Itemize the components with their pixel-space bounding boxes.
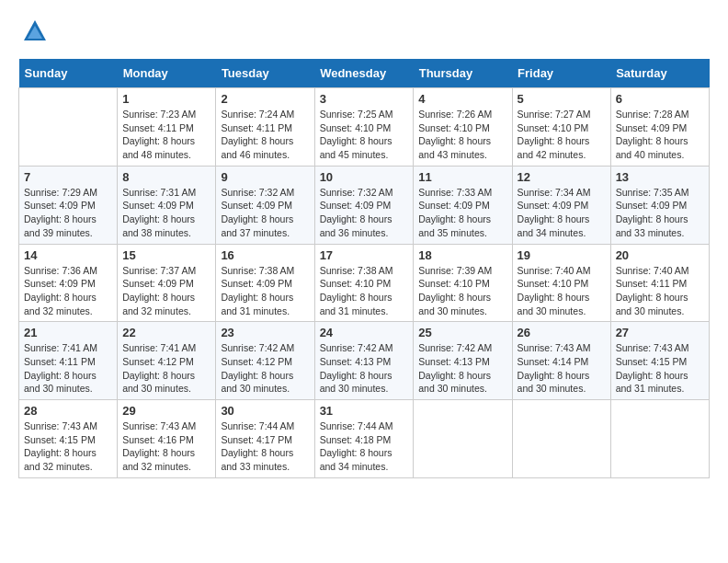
day-info: Sunrise: 7:23 AM Sunset: 4:11 PM Dayligh…: [122, 108, 210, 162]
day-number: 9: [221, 170, 309, 184]
calendar-cell: [414, 400, 512, 478]
weekday-header-row: SundayMondayTuesdayWednesdayThursdayFrid…: [19, 59, 710, 88]
calendar-cell: 21Sunrise: 7:41 AM Sunset: 4:11 PM Dayli…: [19, 322, 118, 400]
day-number: 3: [320, 92, 409, 106]
calendar-cell: 27Sunrise: 7:43 AM Sunset: 4:15 PM Dayli…: [610, 322, 709, 400]
calendar-cell: [19, 88, 118, 167]
calendar-cell: [610, 400, 709, 478]
page-header: [18, 18, 710, 44]
day-number: 26: [518, 326, 606, 339]
day-number: 13: [616, 170, 704, 184]
calendar-cell: 20Sunrise: 7:40 AM Sunset: 4:11 PM Dayli…: [610, 244, 709, 322]
day-info: Sunrise: 7:34 AM Sunset: 4:09 PM Dayligh…: [518, 186, 606, 240]
day-number: 6: [616, 92, 704, 106]
day-number: 23: [221, 326, 309, 339]
day-info: Sunrise: 7:33 AM Sunset: 4:09 PM Dayligh…: [418, 186, 506, 240]
day-info: Sunrise: 7:24 AM Sunset: 4:11 PM Dayligh…: [221, 108, 309, 162]
calendar-cell: 7Sunrise: 7:29 AM Sunset: 4:09 PM Daylig…: [19, 166, 118, 244]
calendar-cell: 26Sunrise: 7:43 AM Sunset: 4:14 PM Dayli…: [512, 322, 610, 400]
day-number: 2: [221, 92, 309, 106]
weekday-header-thursday: Thursday: [414, 59, 512, 88]
calendar-cell: 14Sunrise: 7:36 AM Sunset: 4:09 PM Dayli…: [19, 244, 118, 322]
day-number: 29: [122, 404, 210, 418]
day-info: Sunrise: 7:43 AM Sunset: 4:14 PM Dayligh…: [518, 341, 606, 396]
day-info: Sunrise: 7:27 AM Sunset: 4:10 PM Dayligh…: [518, 108, 606, 162]
day-number: 12: [518, 170, 606, 184]
day-info: Sunrise: 7:36 AM Sunset: 4:09 PM Dayligh…: [24, 264, 112, 318]
day-number: 14: [24, 248, 112, 262]
calendar-cell: 29Sunrise: 7:43 AM Sunset: 4:16 PM Dayli…: [118, 400, 216, 478]
weekday-header-monday: Monday: [118, 59, 216, 88]
day-number: 19: [518, 248, 606, 262]
calendar-cell: 10Sunrise: 7:32 AM Sunset: 4:09 PM Dayli…: [314, 166, 414, 244]
day-number: 7: [24, 170, 112, 184]
day-number: 10: [320, 170, 409, 184]
day-number: 18: [418, 248, 506, 262]
day-number: 4: [418, 92, 506, 106]
calendar-week-row: 28Sunrise: 7:43 AM Sunset: 4:15 PM Dayli…: [19, 400, 710, 478]
weekday-header-sunday: Sunday: [19, 59, 118, 88]
day-info: Sunrise: 7:43 AM Sunset: 4:16 PM Dayligh…: [122, 419, 210, 474]
calendar-cell: 1Sunrise: 7:23 AM Sunset: 4:11 PM Daylig…: [118, 88, 216, 167]
day-info: Sunrise: 7:43 AM Sunset: 4:15 PM Dayligh…: [616, 341, 704, 396]
calendar-cell: 25Sunrise: 7:42 AM Sunset: 4:13 PM Dayli…: [414, 322, 512, 400]
calendar-cell: 12Sunrise: 7:34 AM Sunset: 4:09 PM Dayli…: [512, 166, 610, 244]
day-info: Sunrise: 7:37 AM Sunset: 4:09 PM Dayligh…: [122, 264, 210, 318]
day-info: Sunrise: 7:39 AM Sunset: 4:10 PM Dayligh…: [418, 264, 506, 318]
day-info: Sunrise: 7:28 AM Sunset: 4:09 PM Dayligh…: [616, 108, 704, 162]
calendar-table: SundayMondayTuesdayWednesdayThursdayFrid…: [18, 59, 710, 478]
day-info: Sunrise: 7:41 AM Sunset: 4:12 PM Dayligh…: [122, 341, 210, 396]
day-number: 11: [418, 170, 506, 184]
logo: [18, 18, 48, 44]
day-info: Sunrise: 7:40 AM Sunset: 4:11 PM Dayligh…: [616, 264, 704, 318]
day-number: 8: [122, 170, 210, 184]
calendar-cell: 30Sunrise: 7:44 AM Sunset: 4:17 PM Dayli…: [216, 400, 314, 478]
day-info: Sunrise: 7:42 AM Sunset: 4:12 PM Dayligh…: [221, 341, 309, 396]
day-number: 31: [320, 404, 409, 418]
day-number: 21: [24, 326, 112, 339]
calendar-cell: 15Sunrise: 7:37 AM Sunset: 4:09 PM Dayli…: [118, 244, 216, 322]
calendar-cell: 4Sunrise: 7:26 AM Sunset: 4:10 PM Daylig…: [414, 88, 512, 167]
calendar-cell: 9Sunrise: 7:32 AM Sunset: 4:09 PM Daylig…: [216, 166, 314, 244]
day-number: 5: [518, 92, 606, 106]
calendar-cell: 17Sunrise: 7:38 AM Sunset: 4:10 PM Dayli…: [314, 244, 414, 322]
day-number: 30: [221, 404, 309, 418]
day-number: 16: [221, 248, 309, 262]
day-info: Sunrise: 7:32 AM Sunset: 4:09 PM Dayligh…: [320, 186, 409, 240]
calendar-week-row: 14Sunrise: 7:36 AM Sunset: 4:09 PM Dayli…: [19, 244, 710, 322]
weekday-header-friday: Friday: [512, 59, 610, 88]
day-number: 1: [122, 92, 210, 106]
day-number: 15: [122, 248, 210, 262]
calendar-week-row: 1Sunrise: 7:23 AM Sunset: 4:11 PM Daylig…: [19, 88, 710, 167]
calendar-cell: 22Sunrise: 7:41 AM Sunset: 4:12 PM Dayli…: [118, 322, 216, 400]
calendar-week-row: 21Sunrise: 7:41 AM Sunset: 4:11 PM Dayli…: [19, 322, 710, 400]
calendar-cell: 23Sunrise: 7:42 AM Sunset: 4:12 PM Dayli…: [216, 322, 314, 400]
day-number: 20: [616, 248, 704, 262]
day-info: Sunrise: 7:44 AM Sunset: 4:17 PM Dayligh…: [221, 419, 309, 474]
day-info: Sunrise: 7:26 AM Sunset: 4:10 PM Dayligh…: [418, 108, 506, 162]
calendar-cell: 11Sunrise: 7:33 AM Sunset: 4:09 PM Dayli…: [414, 166, 512, 244]
calendar-cell: 19Sunrise: 7:40 AM Sunset: 4:10 PM Dayli…: [512, 244, 610, 322]
calendar-cell: 2Sunrise: 7:24 AM Sunset: 4:11 PM Daylig…: [216, 88, 314, 167]
day-number: 27: [616, 326, 704, 339]
logo-icon: [22, 18, 48, 44]
weekday-header-tuesday: Tuesday: [216, 59, 314, 88]
calendar-cell: 31Sunrise: 7:44 AM Sunset: 4:18 PM Dayli…: [314, 400, 414, 478]
calendar-cell: 28Sunrise: 7:43 AM Sunset: 4:15 PM Dayli…: [19, 400, 118, 478]
day-info: Sunrise: 7:38 AM Sunset: 4:09 PM Dayligh…: [221, 264, 309, 318]
day-info: Sunrise: 7:25 AM Sunset: 4:10 PM Dayligh…: [320, 108, 409, 162]
calendar-week-row: 7Sunrise: 7:29 AM Sunset: 4:09 PM Daylig…: [19, 166, 710, 244]
day-number: 28: [24, 404, 112, 418]
day-info: Sunrise: 7:44 AM Sunset: 4:18 PM Dayligh…: [320, 419, 409, 474]
day-info: Sunrise: 7:35 AM Sunset: 4:09 PM Dayligh…: [616, 186, 704, 240]
day-info: Sunrise: 7:42 AM Sunset: 4:13 PM Dayligh…: [320, 341, 409, 396]
day-info: Sunrise: 7:40 AM Sunset: 4:10 PM Dayligh…: [518, 264, 606, 318]
calendar-cell: 16Sunrise: 7:38 AM Sunset: 4:09 PM Dayli…: [216, 244, 314, 322]
day-info: Sunrise: 7:32 AM Sunset: 4:09 PM Dayligh…: [221, 186, 309, 240]
calendar-cell: [512, 400, 610, 478]
calendar-cell: 6Sunrise: 7:28 AM Sunset: 4:09 PM Daylig…: [610, 88, 709, 167]
calendar-cell: 24Sunrise: 7:42 AM Sunset: 4:13 PM Dayli…: [314, 322, 414, 400]
day-number: 25: [418, 326, 506, 339]
calendar-cell: 8Sunrise: 7:31 AM Sunset: 4:09 PM Daylig…: [118, 166, 216, 244]
calendar-cell: 5Sunrise: 7:27 AM Sunset: 4:10 PM Daylig…: [512, 88, 610, 167]
